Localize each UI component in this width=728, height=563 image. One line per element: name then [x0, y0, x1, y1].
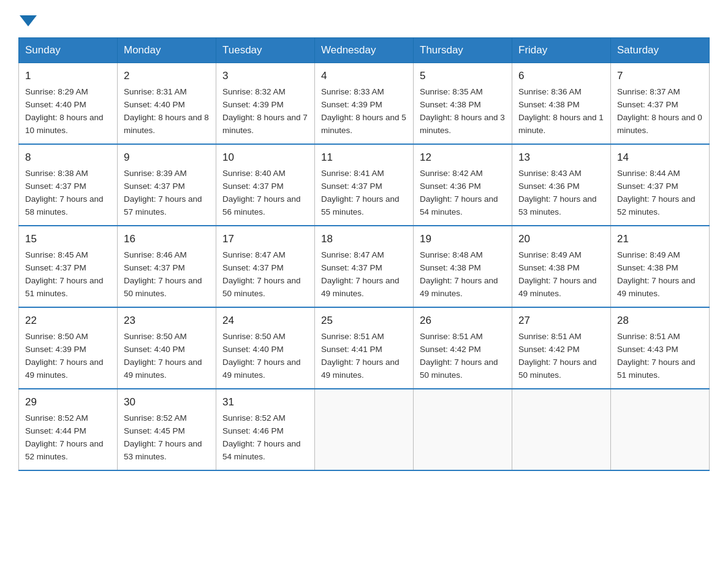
calendar-cell: 5 Sunrise: 8:35 AMSunset: 4:38 PMDayligh…	[414, 63, 512, 145]
day-info: Sunrise: 8:31 AMSunset: 4:40 PMDaylight:…	[124, 87, 209, 135]
column-header-tuesday: Tuesday	[216, 38, 315, 63]
column-header-monday: Monday	[118, 38, 216, 63]
column-header-saturday: Saturday	[611, 38, 710, 63]
calendar-cell: 3 Sunrise: 8:32 AMSunset: 4:39 PMDayligh…	[216, 63, 315, 145]
calendar-cell: 1 Sunrise: 8:29 AMSunset: 4:40 PMDayligh…	[19, 63, 118, 145]
day-info: Sunrise: 8:47 AMSunset: 4:37 PMDaylight:…	[321, 250, 400, 298]
day-number: 30	[124, 394, 210, 410]
day-number: 5	[420, 68, 506, 84]
day-number: 2	[124, 68, 210, 84]
day-number: 18	[321, 231, 407, 247]
day-info: Sunrise: 8:29 AMSunset: 4:40 PMDaylight:…	[25, 87, 104, 135]
column-header-wednesday: Wednesday	[315, 38, 414, 63]
logo	[18, 12, 37, 26]
calendar-cell: 4 Sunrise: 8:33 AMSunset: 4:39 PMDayligh…	[315, 63, 414, 145]
calendar-cell: 17 Sunrise: 8:47 AMSunset: 4:37 PMDaylig…	[216, 226, 315, 307]
calendar-header-row: SundayMondayTuesdayWednesdayThursdayFrid…	[19, 38, 710, 63]
day-info: Sunrise: 8:38 AMSunset: 4:37 PMDaylight:…	[25, 169, 104, 216]
day-number: 20	[518, 231, 604, 247]
calendar-table: SundayMondayTuesdayWednesdayThursdayFrid…	[18, 37, 710, 471]
calendar-cell: 18 Sunrise: 8:47 AMSunset: 4:37 PMDaylig…	[315, 226, 414, 307]
day-info: Sunrise: 8:47 AMSunset: 4:37 PMDaylight:…	[222, 250, 301, 298]
calendar-cell: 13 Sunrise: 8:43 AMSunset: 4:36 PMDaylig…	[512, 144, 611, 226]
day-info: Sunrise: 8:50 AMSunset: 4:40 PMDaylight:…	[124, 332, 202, 380]
calendar-cell: 29 Sunrise: 8:52 AMSunset: 4:44 PMDaylig…	[19, 389, 118, 470]
calendar-cell	[414, 389, 512, 470]
day-number: 9	[124, 150, 210, 166]
day-info: Sunrise: 8:45 AMSunset: 4:37 PMDaylight:…	[25, 250, 104, 298]
day-number: 25	[321, 313, 407, 329]
day-number: 17	[222, 231, 308, 247]
column-header-sunday: Sunday	[19, 38, 118, 63]
day-info: Sunrise: 8:49 AMSunset: 4:38 PMDaylight:…	[617, 250, 696, 298]
logo-triangle-icon	[20, 15, 37, 26]
day-number: 22	[25, 313, 111, 329]
day-number: 24	[222, 313, 308, 329]
calendar-cell: 8 Sunrise: 8:38 AMSunset: 4:37 PMDayligh…	[19, 144, 118, 226]
calendar-cell: 24 Sunrise: 8:50 AMSunset: 4:40 PMDaylig…	[216, 307, 315, 389]
calendar-week-row: 15 Sunrise: 8:45 AMSunset: 4:37 PMDaylig…	[19, 226, 710, 307]
calendar-cell: 27 Sunrise: 8:51 AMSunset: 4:42 PMDaylig…	[512, 307, 611, 389]
day-number: 7	[617, 68, 703, 84]
day-info: Sunrise: 8:46 AMSunset: 4:37 PMDaylight:…	[124, 250, 202, 298]
day-info: Sunrise: 8:37 AMSunset: 4:37 PMDaylight:…	[617, 87, 702, 135]
calendar-cell: 23 Sunrise: 8:50 AMSunset: 4:40 PMDaylig…	[118, 307, 216, 389]
day-info: Sunrise: 8:36 AMSunset: 4:38 PMDaylight:…	[518, 87, 604, 135]
calendar-cell	[611, 389, 710, 470]
day-number: 14	[617, 150, 703, 166]
calendar-cell: 31 Sunrise: 8:52 AMSunset: 4:46 PMDaylig…	[216, 389, 315, 470]
calendar-cell: 11 Sunrise: 8:41 AMSunset: 4:37 PMDaylig…	[315, 144, 414, 226]
calendar-cell: 14 Sunrise: 8:44 AMSunset: 4:37 PMDaylig…	[611, 144, 710, 226]
day-info: Sunrise: 8:50 AMSunset: 4:40 PMDaylight:…	[222, 332, 301, 380]
day-number: 13	[518, 150, 604, 166]
day-number: 29	[25, 394, 111, 410]
day-number: 28	[617, 313, 703, 329]
calendar-cell: 10 Sunrise: 8:40 AMSunset: 4:37 PMDaylig…	[216, 144, 315, 226]
day-number: 19	[420, 231, 506, 247]
day-info: Sunrise: 8:44 AMSunset: 4:37 PMDaylight:…	[617, 169, 696, 216]
day-info: Sunrise: 8:52 AMSunset: 4:44 PMDaylight:…	[25, 413, 104, 461]
day-number: 21	[617, 231, 703, 247]
day-number: 16	[124, 231, 210, 247]
day-info: Sunrise: 8:48 AMSunset: 4:38 PMDaylight:…	[420, 250, 498, 298]
day-info: Sunrise: 8:51 AMSunset: 4:42 PMDaylight:…	[420, 332, 498, 380]
day-number: 31	[222, 394, 308, 410]
day-info: Sunrise: 8:35 AMSunset: 4:38 PMDaylight:…	[420, 87, 505, 135]
day-number: 12	[420, 150, 506, 166]
day-info: Sunrise: 8:42 AMSunset: 4:36 PMDaylight:…	[420, 169, 498, 216]
day-info: Sunrise: 8:51 AMSunset: 4:43 PMDaylight:…	[617, 332, 696, 380]
day-info: Sunrise: 8:41 AMSunset: 4:37 PMDaylight:…	[321, 169, 400, 216]
calendar-cell	[315, 389, 414, 470]
calendar-week-row: 29 Sunrise: 8:52 AMSunset: 4:44 PMDaylig…	[19, 389, 710, 470]
calendar-cell: 6 Sunrise: 8:36 AMSunset: 4:38 PMDayligh…	[512, 63, 611, 145]
day-number: 8	[25, 150, 111, 166]
calendar-cell: 20 Sunrise: 8:49 AMSunset: 4:38 PMDaylig…	[512, 226, 611, 307]
day-info: Sunrise: 8:32 AMSunset: 4:39 PMDaylight:…	[222, 87, 308, 135]
calendar-week-row: 8 Sunrise: 8:38 AMSunset: 4:37 PMDayligh…	[19, 144, 710, 226]
day-number: 10	[222, 150, 308, 166]
day-number: 1	[25, 68, 111, 84]
day-info: Sunrise: 8:52 AMSunset: 4:45 PMDaylight:…	[124, 413, 202, 461]
calendar-cell	[512, 389, 611, 470]
calendar-cell: 21 Sunrise: 8:49 AMSunset: 4:38 PMDaylig…	[611, 226, 710, 307]
calendar-cell: 9 Sunrise: 8:39 AMSunset: 4:37 PMDayligh…	[118, 144, 216, 226]
day-number: 3	[222, 68, 308, 84]
calendar-cell: 25 Sunrise: 8:51 AMSunset: 4:41 PMDaylig…	[315, 307, 414, 389]
calendar-cell: 2 Sunrise: 8:31 AMSunset: 4:40 PMDayligh…	[118, 63, 216, 145]
calendar-cell: 7 Sunrise: 8:37 AMSunset: 4:37 PMDayligh…	[611, 63, 710, 145]
calendar-cell: 16 Sunrise: 8:46 AMSunset: 4:37 PMDaylig…	[118, 226, 216, 307]
day-info: Sunrise: 8:51 AMSunset: 4:41 PMDaylight:…	[321, 332, 400, 380]
day-info: Sunrise: 8:43 AMSunset: 4:36 PMDaylight:…	[518, 169, 597, 216]
calendar-cell: 15 Sunrise: 8:45 AMSunset: 4:37 PMDaylig…	[19, 226, 118, 307]
day-number: 6	[518, 68, 604, 84]
day-info: Sunrise: 8:49 AMSunset: 4:38 PMDaylight:…	[518, 250, 597, 298]
day-info: Sunrise: 8:51 AMSunset: 4:42 PMDaylight:…	[518, 332, 597, 380]
calendar-week-row: 22 Sunrise: 8:50 AMSunset: 4:39 PMDaylig…	[19, 307, 710, 389]
day-info: Sunrise: 8:50 AMSunset: 4:39 PMDaylight:…	[25, 332, 104, 380]
calendar-cell: 12 Sunrise: 8:42 AMSunset: 4:36 PMDaylig…	[414, 144, 512, 226]
day-info: Sunrise: 8:39 AMSunset: 4:37 PMDaylight:…	[124, 169, 202, 216]
day-info: Sunrise: 8:40 AMSunset: 4:37 PMDaylight:…	[222, 169, 301, 216]
calendar-cell: 28 Sunrise: 8:51 AMSunset: 4:43 PMDaylig…	[611, 307, 710, 389]
calendar-cell: 26 Sunrise: 8:51 AMSunset: 4:42 PMDaylig…	[414, 307, 512, 389]
day-number: 27	[518, 313, 604, 329]
